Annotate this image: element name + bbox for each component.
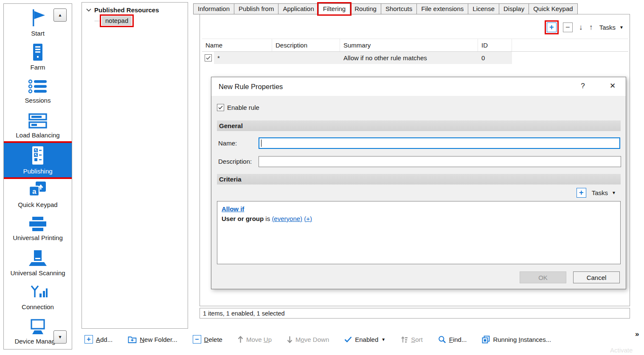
- dialog-title-bar: New Rule Properties: [211, 77, 626, 96]
- text-caret: [261, 140, 262, 147]
- add-criteria-button[interactable]: +: [577, 188, 586, 198]
- question-mark-icon: ?: [581, 82, 585, 90]
- plus-icon: +: [549, 23, 554, 32]
- general-section-header: General: [217, 120, 621, 131]
- rules-table: Name Description Summary ID * Allow if n…: [202, 39, 628, 64]
- name-label: Name:: [218, 140, 237, 147]
- toolbar-overflow-chevrons[interactable]: »: [635, 330, 639, 338]
- rule-id-cell: 0: [478, 54, 512, 61]
- move-rule-up-button[interactable]: ↑: [589, 23, 593, 32]
- flag-icon: [29, 8, 46, 27]
- enable-rule-label: Enable rule: [227, 104, 259, 111]
- watermark-text: Activate: [610, 347, 633, 354]
- tree-root-label: Published Resources: [94, 6, 159, 14]
- sidebar-item-label: Farm: [31, 64, 45, 71]
- sidebar-item-quick-keypad[interactable]: a Quick Keypad: [4, 177, 72, 212]
- sidebar-item-label: Start: [31, 30, 45, 37]
- close-icon: ✕: [610, 82, 616, 90]
- quick-keypad-icon: a: [28, 181, 48, 198]
- chevron-down-icon: ▼: [612, 190, 616, 195]
- sidebar-item-universal-printing[interactable]: Universal Printing: [4, 212, 72, 246]
- chevron-down-icon: ▼: [619, 25, 624, 30]
- tasks-menu-button[interactable]: Tasks ▼: [599, 24, 624, 31]
- ok-button[interactable]: OK: [520, 271, 566, 283]
- plus-icon: +: [579, 188, 584, 197]
- column-header-name[interactable]: Name: [202, 39, 272, 51]
- scanner-icon: [28, 250, 48, 267]
- remove-rule-button[interactable]: −: [563, 22, 573, 32]
- move-rule-down-button[interactable]: ↓: [579, 23, 583, 32]
- name-field[interactable]: [259, 137, 620, 149]
- add-rule-button[interactable]: +: [547, 22, 557, 32]
- rules-table-header: Name Description Summary ID: [202, 39, 628, 52]
- tree-connector: [95, 21, 101, 21]
- magnifier-icon: [438, 335, 446, 344]
- rule-subject: User or group: [222, 215, 264, 222]
- svg-text:a: a: [32, 187, 37, 196]
- minus-box-icon: −: [193, 335, 201, 344]
- tab-license[interactable]: License: [468, 3, 499, 14]
- column-header-summary[interactable]: Summary: [340, 39, 478, 51]
- tab-filtering[interactable]: Filtering: [318, 3, 350, 14]
- find-button[interactable]: Find...: [438, 335, 467, 344]
- sidebar-item-publishing[interactable]: Publishing: [4, 143, 72, 177]
- sort-button[interactable]: Sort: [401, 336, 423, 343]
- tasks-label: Tasks: [592, 189, 608, 196]
- tab-routing[interactable]: Routing: [350, 3, 381, 14]
- rule-value-link[interactable]: (everyone): [272, 215, 302, 222]
- monitor-icon: [28, 319, 48, 335]
- sidebar-item-label: Publishing: [23, 168, 52, 175]
- description-field[interactable]: [259, 156, 621, 167]
- sort-icon: [401, 336, 408, 343]
- rules-toolbar: + − ↓ ↑ Tasks ▼: [547, 22, 624, 32]
- help-button[interactable]: ?: [578, 82, 588, 90]
- criteria-tasks-menu-button[interactable]: Tasks ▼: [592, 189, 616, 196]
- tab-publish-from[interactable]: Publish from: [234, 3, 278, 14]
- sidebar-item-universal-scanning[interactable]: Universal Scanning: [4, 246, 72, 280]
- check-icon: [344, 336, 352, 342]
- sidebar-item-label: Connection: [22, 303, 54, 310]
- description-label: Description:: [218, 158, 252, 165]
- chevron-down-icon: ▼: [381, 337, 385, 342]
- status-bar: 1 items, 1 enabled, 1 selected: [200, 308, 630, 319]
- rule-enabled-checkbox[interactable]: [205, 54, 212, 61]
- tab-information[interactable]: Information: [193, 3, 234, 14]
- enabled-dropdown-button[interactable]: Enabled ▼: [344, 336, 385, 343]
- rule-name-cell: *: [214, 54, 272, 61]
- cancel-button[interactable]: Cancel: [573, 271, 620, 283]
- sidebar-item-connection[interactable]: Connection: [4, 280, 72, 315]
- table-row[interactable]: * Allow if no other rule matches 0: [202, 52, 628, 64]
- column-header-description[interactable]: Description: [272, 39, 340, 51]
- tab-application[interactable]: Application: [278, 3, 318, 14]
- sidebar-item-label: Universal Printing: [13, 234, 63, 241]
- add-button[interactable]: + Add...: [84, 335, 112, 344]
- tab-quick-keypad[interactable]: Quick Keypad: [529, 3, 577, 14]
- tree-item-notepad[interactable]: notepad: [102, 16, 132, 25]
- running-instances-button[interactable]: Running Instances...: [482, 335, 551, 344]
- move-up-button[interactable]: Move Up: [238, 336, 272, 343]
- triangle-down-icon: ▼: [58, 335, 62, 339]
- move-down-button[interactable]: Move Down: [287, 336, 329, 343]
- arrow-down-icon: [287, 336, 292, 343]
- sidebar-scroll-up-button[interactable]: ▲: [53, 8, 67, 22]
- tab-shortcuts[interactable]: Shortcuts: [381, 3, 417, 14]
- check-icon: [218, 106, 223, 109]
- tab-strip: Information Publish from Application Fil…: [193, 3, 578, 14]
- sidebar-item-farm[interactable]: Farm: [4, 40, 72, 74]
- sidebar-item-sessions[interactable]: Sessions: [4, 74, 72, 109]
- delete-button[interactable]: − Delete: [193, 335, 222, 344]
- sidebar-scroll-down-button[interactable]: ▼: [53, 330, 67, 344]
- sidebar: Start Farm Sessions Load Balancing Publi…: [3, 3, 72, 349]
- new-folder-button[interactable]: New Folder...: [128, 335, 177, 344]
- column-header-id[interactable]: ID: [478, 39, 512, 51]
- tab-file-extensions[interactable]: File extensions: [416, 3, 468, 14]
- rule-add-link[interactable]: (+): [304, 215, 312, 222]
- tree-root-published-resources[interactable]: Published Resources: [82, 3, 188, 14]
- tab-display[interactable]: Display: [499, 3, 529, 14]
- close-button[interactable]: ✕: [607, 81, 618, 90]
- minus-icon: −: [565, 23, 570, 32]
- sidebar-item-load-balancing[interactable]: Load Balancing: [4, 109, 72, 143]
- enable-rule-checkbox[interactable]: [217, 104, 224, 111]
- sidebar-item-label: Universal Scanning: [10, 269, 65, 277]
- rule-action-link[interactable]: Allow if: [222, 205, 244, 212]
